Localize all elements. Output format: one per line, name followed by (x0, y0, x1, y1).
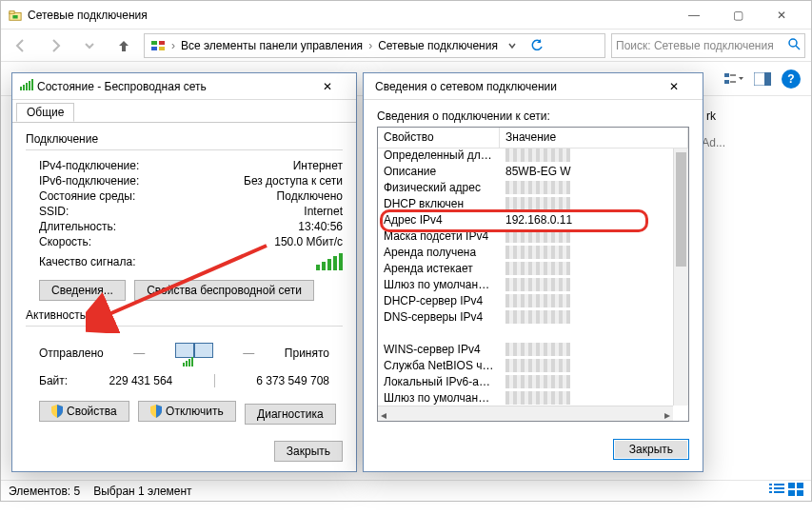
column-property-header[interactable]: Свойство (378, 128, 500, 148)
address-bar-row: › Все элементы панели управления › Сетев… (1, 30, 811, 62)
explorer-title: Сетевые подключения (28, 9, 148, 22)
shield-icon (150, 405, 162, 418)
search-input[interactable]: Поиск: Сетевые подключения (611, 33, 805, 58)
details-row[interactable] (378, 327, 673, 343)
chevron-right-icon[interactable]: › (169, 39, 177, 52)
details-row[interactable]: Аренда истекает████████ (378, 262, 673, 278)
details-row[interactable]: Аренда получена████████ (378, 246, 673, 262)
details-row-value: ████████ (500, 197, 673, 213)
details-row[interactable]: Описание85WB-EG W (378, 165, 673, 181)
details-row[interactable]: Определенный для по...████████ (378, 149, 673, 165)
details-row-property: Аренда получена (378, 246, 500, 262)
vertical-scrollbar[interactable] (673, 149, 688, 406)
details-row[interactable]: Адрес IPv4192.168.0.11 (378, 213, 673, 229)
svg-rect-12 (730, 81, 736, 83)
svg-rect-2 (12, 15, 17, 19)
svg-rect-6 (159, 47, 165, 50)
svg-rect-1 (10, 10, 14, 13)
svg-line-8 (796, 46, 800, 50)
properties-button[interactable]: Свойства (39, 401, 129, 422)
details-row-property: DNS-серверы IPv4 (378, 310, 500, 327)
svg-rect-20 (774, 491, 784, 493)
details-row[interactable]: DNS-серверы IPv4████████ (378, 310, 673, 327)
details-row[interactable]: DHCP-сервер IPv4████████ (378, 294, 673, 310)
svg-rect-10 (724, 80, 729, 84)
breadcrumb-item-network-connections[interactable]: Сетевые подключения (374, 34, 502, 57)
svg-rect-19 (774, 487, 784, 489)
details-row-property: Маска подсети IPv4 (378, 229, 500, 246)
details-row[interactable]: WINS-сервер IPv4████████ (378, 343, 673, 359)
horizontal-scrollbar[interactable]: ◂ ▸ (378, 406, 673, 421)
details-row[interactable]: DHCP включен████████ (378, 197, 673, 213)
details-row-value: ████████ (500, 278, 673, 294)
ipv6-conn-label: IPv6-подключение: (39, 174, 139, 188)
breadcrumb-root-icon[interactable] (147, 34, 169, 57)
column-value-header[interactable]: Значение (500, 128, 688, 148)
help-icon: ? (782, 69, 801, 89)
signal-quality-label: Качество сигнала: (39, 255, 135, 268)
details-row[interactable]: Шлюз по умолчанию IP...████████ (378, 391, 673, 406)
scroll-thumb[interactable] (676, 152, 686, 267)
details-button[interactable]: Сведения... (39, 280, 126, 301)
nav-forward-button[interactable] (41, 32, 69, 59)
details-titlebar-close-button[interactable]: ✕ (653, 74, 695, 99)
preview-pane-button[interactable] (750, 67, 775, 91)
details-row-value (500, 327, 673, 343)
diagnose-button[interactable]: Диагностика (245, 404, 336, 425)
refresh-button[interactable] (525, 34, 549, 57)
svg-rect-29 (31, 79, 33, 90)
minimize-button[interactable]: — (672, 1, 716, 30)
address-bar[interactable]: › Все элементы панели управления › Сетев… (144, 33, 605, 58)
svg-rect-23 (788, 490, 795, 496)
help-button[interactable]: ? (779, 67, 803, 91)
details-row[interactable]: Физический адрес████████ (378, 181, 673, 197)
media-state-label: Состояние среды: (39, 189, 135, 203)
details-row-value: ████████ (500, 229, 673, 246)
svg-rect-24 (797, 490, 803, 496)
details-row[interactable]: Шлюз по умолчанию IP...████████ (378, 278, 673, 294)
nav-up-button[interactable] (109, 32, 138, 59)
details-row[interactable]: Служба NetBIOS через...████████ (378, 359, 673, 375)
details-row[interactable]: Маска подсети IPv4████████ (378, 229, 673, 246)
large-icons-view-icon[interactable] (788, 483, 803, 499)
details-row-value: ████████ (500, 181, 673, 197)
details-row-value: 85WB-EG W (500, 165, 673, 181)
details-row-value: ████████ (500, 294, 673, 310)
duration-label: Длительность: (39, 220, 116, 233)
search-icon[interactable] (787, 37, 801, 53)
ipv4-conn-value: Интернет (293, 159, 343, 172)
details-row-property: Служба NetBIOS через... (378, 359, 500, 375)
close-button[interactable]: ✕ (760, 1, 803, 30)
tab-general[interactable]: Общие (16, 103, 74, 122)
details-close-button[interactable]: Закрыть (613, 439, 689, 460)
wlan-properties-button[interactable]: Свойства беспроводной сети (134, 280, 314, 301)
details-row-value: ████████ (500, 149, 673, 165)
details-row[interactable]: Локальный IPv6-адрес...████████ (378, 375, 673, 391)
breadcrumb-item-control-panel[interactable]: Все элементы панели управления (177, 34, 366, 57)
maximize-button[interactable]: ▢ (716, 1, 760, 30)
wifi-status-close-button[interactable]: ✕ (307, 74, 348, 99)
change-view-dropdown[interactable] (722, 67, 746, 91)
nav-recent-button[interactable] (75, 32, 104, 59)
activity-monitors-icon (175, 338, 213, 368)
status-close-button[interactable]: Закрыть (274, 441, 343, 462)
svg-rect-4 (159, 41, 165, 45)
wifi-status-dialog: Состояние - Беспроводная сеть ✕ Общие По… (11, 72, 357, 472)
details-row-property: Адрес IPv4 (378, 213, 500, 229)
svg-rect-27 (26, 83, 28, 90)
svg-rect-17 (769, 491, 772, 493)
address-dropdown-button[interactable] (502, 34, 523, 57)
ipv6-conn-value: Без доступа к сети (244, 174, 343, 188)
details-row-property: Шлюз по умолчанию IP... (378, 278, 500, 294)
chevron-right-icon[interactable]: › (366, 39, 374, 52)
details-view-icon[interactable] (769, 483, 784, 499)
nav-back-button[interactable] (7, 32, 35, 59)
details-row-property (378, 327, 500, 343)
details-list: Свойство Значение Определенный для по...… (377, 127, 689, 422)
details-row-property: Шлюз по умолчанию IP... (378, 391, 500, 406)
details-titlebar: Сведения о сетевом подключении ✕ (364, 73, 703, 100)
details-row-value: ████████ (500, 391, 673, 406)
explorer-statusbar: Элементов: 5 Выбран 1 элемент (1, 480, 811, 501)
disable-button[interactable]: Отключить (138, 401, 236, 422)
details-row-value: ████████ (500, 262, 673, 278)
